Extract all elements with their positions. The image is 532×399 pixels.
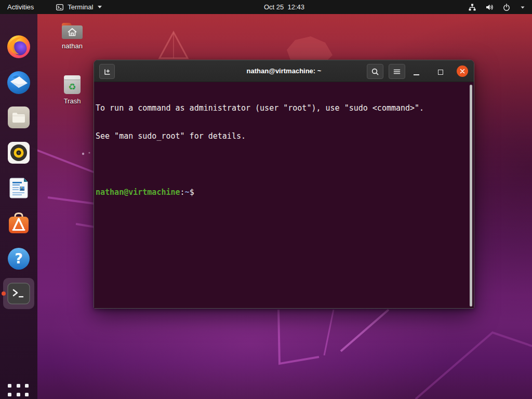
minimize-button[interactable] (409, 64, 423, 78)
ubuntu-software-icon (6, 211, 31, 236)
rhythmbox-icon (6, 140, 31, 165)
focused-app-menu[interactable]: Terminal (51, 0, 106, 14)
search-button[interactable] (367, 64, 383, 79)
focused-app-label: Terminal (68, 3, 93, 11)
terminal-output-line: To run a command as administrator (user … (96, 103, 474, 113)
desktop-icon-home-folder[interactable]: nathan (56, 21, 89, 50)
terminal-small-icon (56, 3, 64, 11)
home-folder-icon (60, 21, 84, 41)
prompt-user-host: nathan@virtmachine (96, 188, 180, 197)
maximize-button[interactable] (433, 64, 448, 78)
terminal-scrollbar[interactable] (470, 85, 472, 307)
new-tab-button[interactable] (99, 64, 115, 79)
terminal-screen[interactable]: To run a command as administrator (user … (94, 82, 474, 308)
terminal-output-line: See "man sudo_root" for details. (96, 131, 474, 141)
terminal-titlebar[interactable]: nathan@virtmachine: ~ (94, 60, 474, 82)
dock-item-terminal[interactable] (3, 278, 34, 309)
dock-item-firefox[interactable] (6, 34, 31, 59)
files-icon (6, 105, 31, 130)
dock-item-rhythmbox[interactable] (6, 140, 31, 165)
close-icon (457, 65, 468, 77)
clock-button[interactable]: Oct 25 12:43 (264, 0, 304, 14)
svg-text:?: ? (15, 250, 23, 267)
volume-icon (485, 3, 494, 11)
chevron-down-icon (520, 4, 526, 10)
firefox-icon (6, 34, 31, 59)
activities-button[interactable]: Activities (0, 0, 41, 14)
prompt-colon: : (180, 188, 185, 197)
terminal-running-indicator-dot (2, 291, 6, 296)
top-bar: Activities Terminal Oct 25 12:43 (0, 0, 532, 14)
show-applications-button[interactable] (8, 384, 30, 399)
dock: ? (0, 14, 37, 399)
terminal-prompt-line: nathan@virtmachine:~$ (96, 188, 474, 197)
menu-button[interactable] (389, 64, 405, 79)
terminal-window: nathan@virtmachine: ~ (94, 60, 474, 309)
trash-can-icon: ♻ (62, 73, 83, 96)
libreoffice-writer-icon (6, 176, 31, 201)
desktop: Activities Terminal Oct 25 12:43 (0, 0, 532, 399)
minimize-icon (414, 74, 419, 75)
app-menu-caret-icon (98, 6, 102, 8)
dock-item-libreoffice-writer[interactable] (6, 176, 31, 201)
search-icon (371, 68, 379, 76)
close-button[interactable] (456, 65, 469, 77)
dock-item-files[interactable] (6, 105, 31, 130)
svg-text:♻: ♻ (68, 82, 76, 92)
new-tab-icon (103, 68, 111, 76)
prompt-path: ~ (185, 188, 190, 197)
thunderbird-icon (6, 70, 31, 95)
dock-item-ubuntu-software[interactable] (6, 211, 31, 236)
hamburger-menu-icon (393, 68, 401, 76)
dock-item-thunderbird[interactable] (6, 70, 31, 95)
desktop-icon-label: nathan (56, 42, 89, 50)
maximize-icon (438, 70, 443, 75)
dock-item-help[interactable]: ? (6, 246, 31, 271)
network-icon (468, 3, 476, 11)
system-status-menu[interactable] (468, 0, 532, 14)
desktop-icon-trash[interactable]: ♻ Trash (56, 73, 89, 105)
terminal-icon (7, 283, 30, 304)
power-icon (502, 3, 511, 11)
prompt-dollar: $ (190, 188, 194, 197)
help-icon: ? (6, 246, 31, 271)
desktop-icon-label: Trash (56, 97, 89, 105)
